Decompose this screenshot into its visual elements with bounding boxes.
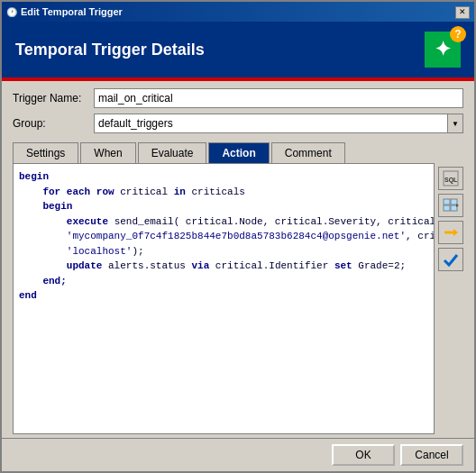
content-area: begin for each row critical in criticals… — [2, 163, 474, 438]
trigger-name-input[interactable] — [94, 88, 463, 108]
tab-settings[interactable]: Settings — [13, 142, 78, 163]
header-title: Temporal Trigger Details — [15, 41, 205, 59]
close-button[interactable]: ✕ — [455, 6, 470, 19]
table-button[interactable] — [438, 194, 463, 217]
svg-rect-5 — [451, 205, 457, 211]
form-area: Trigger Name: Group: default_triggers ▼ — [2, 81, 474, 142]
svg-text:SQL: SQL — [444, 177, 458, 184]
code-line-5: 'mycompany_0f7c4f1825b844e7b0d8a5783b628… — [19, 229, 428, 244]
help-badge: ? — [450, 26, 466, 42]
window-title: Edit Temporal Trigger — [21, 6, 123, 17]
code-line-4: execute send_email( critical.Node, criti… — [19, 214, 428, 230]
group-select[interactable]: default_triggers — [94, 114, 463, 133]
table-icon — [443, 197, 459, 214]
svg-rect-4 — [444, 205, 450, 211]
code-line-2: for each row critical in criticals — [19, 185, 428, 200]
title-bar: 🕐 Edit Temporal Trigger ✕ — [2, 2, 474, 22]
code-line-10: end — [19, 288, 428, 304]
tab-when[interactable]: When — [80, 142, 135, 163]
sql-mode-button[interactable]: SQL — [438, 167, 463, 190]
validate-button[interactable] — [438, 248, 463, 271]
code-editor[interactable]: begin for each row critical in criticals… — [13, 163, 435, 434]
code-line-1: begin — [19, 169, 428, 185]
svg-rect-2 — [444, 199, 450, 205]
code-line-8: end; — [19, 274, 428, 289]
tab-comment[interactable]: Comment — [271, 142, 345, 163]
trigger-name-row: Trigger Name: — [13, 88, 463, 108]
sql-icon: SQL — [443, 170, 459, 186]
side-toolbar: SQL — [435, 163, 463, 434]
code-line-7: update alerts.status via critical.Identi… — [19, 259, 428, 274]
title-bar-text: 🕐 Edit Temporal Trigger — [6, 6, 123, 17]
tabs-bar: Settings When Evaluate Action Comment — [2, 142, 474, 163]
tab-evaluate[interactable]: Evaluate — [138, 142, 207, 163]
group-row: Group: default_triggers ▼ — [13, 114, 463, 133]
checkmark-icon — [443, 251, 459, 268]
navigate-button[interactable] — [438, 221, 463, 244]
main-window: 🕐 Edit Temporal Trigger ✕ Temporal Trigg… — [0, 0, 476, 473]
trigger-name-label: Trigger Name: — [13, 92, 94, 105]
tab-action[interactable]: Action — [208, 142, 269, 163]
title-bar-controls: ✕ — [455, 5, 470, 19]
footer-area: OK Cancel — [2, 438, 474, 471]
svg-rect-3 — [451, 199, 457, 205]
ok-button[interactable]: OK — [332, 444, 395, 466]
cancel-button[interactable]: Cancel — [400, 444, 463, 466]
header-banner: Temporal Trigger Details ✦ ? — [2, 22, 474, 77]
navigate-icon — [443, 224, 459, 241]
group-label: Group: — [13, 117, 94, 130]
svg-marker-8 — [453, 229, 458, 236]
code-line-3: begin — [19, 199, 428, 214]
code-line-6: 'localhost'); — [19, 244, 428, 259]
group-select-wrapper: default_triggers ▼ — [94, 114, 463, 133]
help-puzzle-icon: ✦ ? — [425, 32, 461, 68]
